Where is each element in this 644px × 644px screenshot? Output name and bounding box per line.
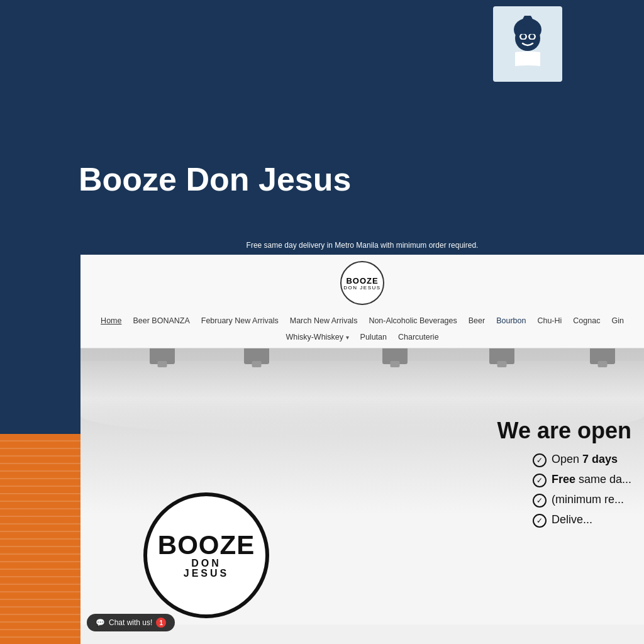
nav-item-beer[interactable]: Beer bbox=[469, 316, 485, 325]
chat-badge: 1 bbox=[156, 618, 166, 628]
nav-item-bourbon[interactable]: Bourbon bbox=[496, 316, 526, 325]
mascot-icon bbox=[502, 16, 553, 72]
logo-text: BOOZE DON JESUS bbox=[343, 276, 380, 291]
nav-menu-row1: Home Beer BONANZA February New Arrivals … bbox=[88, 311, 636, 330]
nav-logo[interactable]: BOOZE DON JESUS bbox=[340, 261, 384, 305]
nav-item-cognac[interactable]: Cognac bbox=[573, 316, 600, 325]
orange-stripes-decoration bbox=[0, 434, 82, 644]
announcement-bar: Free same day delivery in Metro Manila w… bbox=[80, 236, 644, 255]
website-frame: Free same day delivery in Metro Manila w… bbox=[80, 236, 644, 644]
check-item-4: Delive... bbox=[533, 513, 631, 528]
clip-1 bbox=[150, 348, 175, 364]
clip-4 bbox=[489, 348, 514, 364]
nav-item-non-alcoholic[interactable]: Non-Alcoholic Beverages bbox=[369, 316, 457, 325]
banner-area: BOOZE DON JESUS We are open Open 7 days bbox=[80, 348, 644, 625]
svg-point-6 bbox=[530, 35, 535, 39]
check-text-2: Free same da... bbox=[552, 472, 631, 487]
nav-area: BOOZE DON JESUS Home Beer BONANZA Februa… bbox=[80, 255, 644, 348]
nav-item-whisky[interactable]: Whisky-Whiskey ▾ bbox=[286, 333, 348, 341]
banner-background: BOOZE DON JESUS We are open Open 7 days bbox=[80, 348, 644, 625]
clip-5 bbox=[590, 348, 615, 364]
check-text-3: (minimum re... bbox=[552, 492, 624, 507]
nav-item-pulutan[interactable]: Pulutan bbox=[360, 333, 387, 341]
banner-logo-booze: BOOZE bbox=[158, 532, 255, 558]
check-icon-1 bbox=[533, 453, 547, 467]
chat-label: Chat with us! bbox=[109, 618, 152, 627]
checklist: Open 7 days Free same da... (minimum re.… bbox=[533, 452, 631, 533]
announcement-text: Free same day delivery in Metro Manila w… bbox=[247, 241, 479, 250]
check-item-1: Open 7 days bbox=[533, 452, 631, 467]
clip-3 bbox=[382, 348, 408, 364]
check-text-1: Open 7 days bbox=[552, 452, 618, 467]
logo-don-jesus: DON JESUS bbox=[343, 285, 380, 291]
clip-2 bbox=[244, 348, 269, 364]
banner-logo-text: BOOZE DON JESUS bbox=[158, 532, 255, 579]
check-text-4: Delive... bbox=[552, 513, 592, 527]
nav-item-feb-arrivals[interactable]: February New Arrivals bbox=[201, 316, 279, 325]
banner-logo-circle: BOOZE DON JESUS bbox=[143, 492, 269, 618]
nav-item-gin[interactable]: Gin bbox=[611, 316, 623, 325]
mascot-box bbox=[493, 6, 562, 82]
logo-booze: BOOZE bbox=[343, 276, 380, 286]
check-icon-2 bbox=[533, 474, 547, 487]
check-item-3: (minimum re... bbox=[533, 492, 631, 508]
chat-icon: 💬 bbox=[96, 618, 105, 627]
nav-item-beer-bonanza[interactable]: Beer BONANZA bbox=[133, 316, 189, 325]
check-icon-3 bbox=[533, 494, 547, 508]
nav-item-march-arrivals[interactable]: March New Arrivals bbox=[290, 316, 358, 325]
banner-logo-don: DON bbox=[158, 558, 255, 569]
page-wrapper: Booze Don Jesus Free same day delivery i… bbox=[0, 0, 644, 644]
site-title: Booze Don Jesus bbox=[79, 160, 351, 198]
nav-item-chuhi[interactable]: Chu-Hi bbox=[537, 316, 562, 325]
check-icon-4 bbox=[533, 514, 547, 528]
nav-item-home[interactable]: Home bbox=[101, 316, 121, 325]
check-item-2: Free same da... bbox=[533, 472, 631, 487]
chat-widget[interactable]: 💬 Chat with us! 1 bbox=[87, 614, 175, 631]
banner-logo-jesus: JESUS bbox=[158, 569, 255, 579]
nav-item-charcuterie[interactable]: Charcuterie bbox=[398, 333, 439, 341]
nav-menu-row2: Whisky-Whiskey ▾ Pulutan Charcuterie bbox=[273, 330, 451, 347]
svg-point-5 bbox=[521, 35, 526, 39]
we-are-open-text: We are open bbox=[497, 418, 631, 444]
whisky-dropdown-arrow: ▾ bbox=[346, 334, 349, 341]
